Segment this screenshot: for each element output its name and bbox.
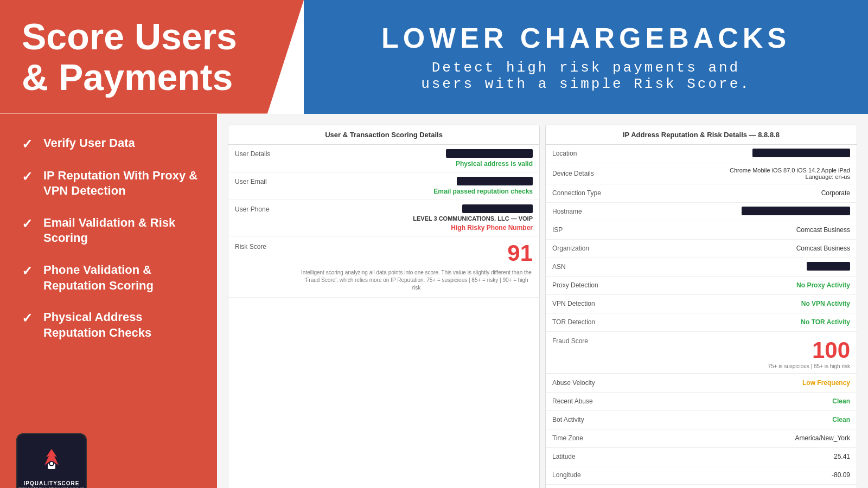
ip-org-row: Organization Comcast Business <box>546 240 857 258</box>
feature-label-1: Verify User Data <box>43 136 135 151</box>
ip-asn-redacted <box>807 262 850 271</box>
ip-longitude-value: -80.09 <box>628 471 850 479</box>
feature-label-5: Physical Address Reputation Checks <box>43 310 201 341</box>
hero-right: LOWER CHARGEBACKS Detect high risk payme… <box>304 0 868 114</box>
ip-latitude-row: Latitude 25.41 <box>546 448 857 466</box>
check-icon-3: ✓ <box>22 216 33 232</box>
user-phone-value: LEVEL 3 COMMUNICATIONS, LLC — VOIP High … <box>300 204 533 232</box>
feature-phone-validation: ✓ Phone Validation & Reputation Scoring <box>22 262 201 293</box>
user-phone-risk: High Risky Phone Number <box>451 224 533 232</box>
ip-abuse-velocity-row: Abuse Velocity Low Frequency <box>546 374 857 393</box>
hero-left: Score Users & Payments <box>0 0 304 114</box>
user-email-note: Email passed reputation checks <box>433 188 533 195</box>
user-email-redacted <box>457 177 533 185</box>
ip-location-label: Location <box>552 150 628 157</box>
ip-panel-header: IP Address Reputation & Risk Details — 8… <box>546 125 857 145</box>
ip-tor-label: TOR Detection <box>552 318 628 326</box>
ip-longitude-row: Longitude -80.09 <box>546 466 857 485</box>
ip-fraud-note: 75+ is suspicious | 85+ is high risk <box>768 363 850 369</box>
ip-timezone-row: Time Zone America/New_York <box>546 429 857 448</box>
ip-vpn-label: VPN Detection <box>552 300 628 307</box>
ip-proxy-value: No Proxy Activity <box>628 281 850 289</box>
ip-asn-label: ASN <box>552 263 628 271</box>
risk-score-row: Risk Score 91 Intelligent scoring analyz… <box>235 242 533 292</box>
user-panel-body: User Details Physical address is valid U… <box>228 145 539 488</box>
user-phone-redacted <box>462 204 533 213</box>
ip-location-row: Location <box>546 145 857 163</box>
user-email-row: User Email Email passed reputation check… <box>228 172 539 200</box>
ip-location-redacted <box>752 149 850 157</box>
ip-hostname-redacted <box>742 207 850 215</box>
feature-label-2: IP Reputation With Proxy & VPN Detection <box>43 168 201 199</box>
ip-fraud-right: 100 75+ is suspicious | 85+ is high risk <box>628 337 850 369</box>
ip-longitude-label: Longitude <box>552 471 628 479</box>
ip-device-row: Device Details Chrome Mobile iOS 87.0 iO… <box>546 163 857 184</box>
check-icon-4: ✓ <box>22 264 33 279</box>
ip-timezone-label: Time Zone <box>552 434 628 442</box>
ip-bot-activity-label: Bot Activity <box>552 416 628 423</box>
logo-box: IPQUALITYSCORE PROACTIVELY PREVENT FRAUD <box>16 433 87 488</box>
abuse-section: Abuse Velocity Low Frequency Recent Abus… <box>546 374 857 488</box>
feature-label-3: Email Validation & Risk Scoring <box>43 215 201 246</box>
ip-org-value: Comcast Business <box>628 245 850 252</box>
ip-location-value <box>628 149 850 159</box>
ip-proxy-row: Proxy Detection No Proxy Activity <box>546 277 857 295</box>
ip-request-id-row: Request ID 4p5WznOB2ST3oH <box>546 485 857 488</box>
risk-score-value: 91 <box>507 242 533 265</box>
ip-panel-body: Location Device Details Chrome Mobile iO… <box>546 145 857 488</box>
user-details-redacted <box>446 149 533 158</box>
ip-isp-row: ISP Comcast Business <box>546 221 857 240</box>
ip-recent-abuse-label: Recent Abuse <box>552 397 628 405</box>
ip-org-label: Organization <box>552 245 628 252</box>
ip-isp-label: ISP <box>552 226 628 234</box>
ip-hostname-row: Hostname <box>546 203 857 221</box>
ip-proxy-label: Proxy Detection <box>552 281 628 289</box>
feature-email-validation: ✓ Email Validation & Risk Scoring <box>22 215 201 246</box>
feature-label-4: Phone Validation & Reputation Scoring <box>43 262 201 293</box>
ip-device-label: Device Details <box>552 170 628 177</box>
user-email-label: User Email <box>235 177 300 185</box>
ip-vpn-row: VPN Detection No VPN Activity <box>546 295 857 313</box>
ip-abuse-velocity-label: Abuse Velocity <box>552 379 628 387</box>
ip-bot-activity-value: Clean <box>628 416 850 423</box>
ip-latitude-value: 25.41 <box>628 453 850 460</box>
user-email-value: Email passed reputation checks <box>300 177 533 195</box>
ip-abuse-velocity-value: Low Frequency <box>628 379 850 387</box>
user-details-row: User Details Physical address is valid <box>228 145 539 172</box>
ip-bot-activity-row: Bot Activity Clean <box>546 411 857 429</box>
ip-fraud-row: Fraud Score 100 75+ is suspicious | 85+ … <box>546 332 857 374</box>
user-phone-carrier: LEVEL 3 COMMUNICATIONS, LLC — VOIP <box>413 215 533 222</box>
ip-latitude-label: Latitude <box>552 453 628 460</box>
hero-heading: LOWER CHARGEBACKS <box>381 22 790 54</box>
bottom-section: ✓ Verify User Data ✓ IP Reputation With … <box>0 114 868 488</box>
ip-connection-value: Corporate <box>628 189 850 197</box>
ip-vpn-value: No VPN Activity <box>628 300 850 307</box>
ip-connection-row: Connection Type Corporate <box>546 184 857 203</box>
ip-asn-row: ASN <box>546 258 857 277</box>
user-details-value: Physical address is valid <box>300 149 533 168</box>
user-details-label: User Details <box>235 149 300 158</box>
feature-address-checks: ✓ Physical Address Reputation Checks <box>22 310 201 341</box>
features-panel: ✓ Verify User Data ✓ IP Reputation With … <box>0 114 217 488</box>
risk-score-right: 91 Intelligent scoring analyzing all dat… <box>300 242 533 292</box>
user-panel-header: User & Transaction Scoring Details <box>228 125 539 145</box>
logo-name: IPQUALITYSCORE <box>24 480 80 486</box>
feature-verify-user: ✓ Verify User Data <box>22 136 201 152</box>
ip-isp-value: Comcast Business <box>628 226 850 234</box>
feature-ip-reputation: ✓ IP Reputation With Proxy & VPN Detecti… <box>22 168 201 199</box>
check-icon-1: ✓ <box>22 137 33 152</box>
ip-fraud-value: 100 <box>812 337 850 363</box>
logo-icon <box>38 446 65 478</box>
check-icon-5: ✓ <box>22 311 33 326</box>
ip-asn-value <box>628 262 850 272</box>
user-phone-row: User Phone LEVEL 3 COMMUNICATIONS, LLC —… <box>228 200 539 236</box>
ip-connection-label: Connection Type <box>552 189 628 197</box>
ip-fraud-label: Fraud Score <box>552 337 628 345</box>
hero-section: Score Users & Payments LOWER CHARGEBACKS… <box>0 0 868 114</box>
hero-subtext: Detect high risk payments and users with… <box>421 60 751 92</box>
risk-score-note: Intelligent scoring analyzing all data p… <box>300 269 533 292</box>
ip-tor-row: TOR Detection No TOR Activity <box>546 313 857 332</box>
ip-hostname-value <box>628 207 850 217</box>
logo-svg <box>38 446 65 473</box>
ip-recent-abuse-row: Recent Abuse Clean <box>546 393 857 411</box>
